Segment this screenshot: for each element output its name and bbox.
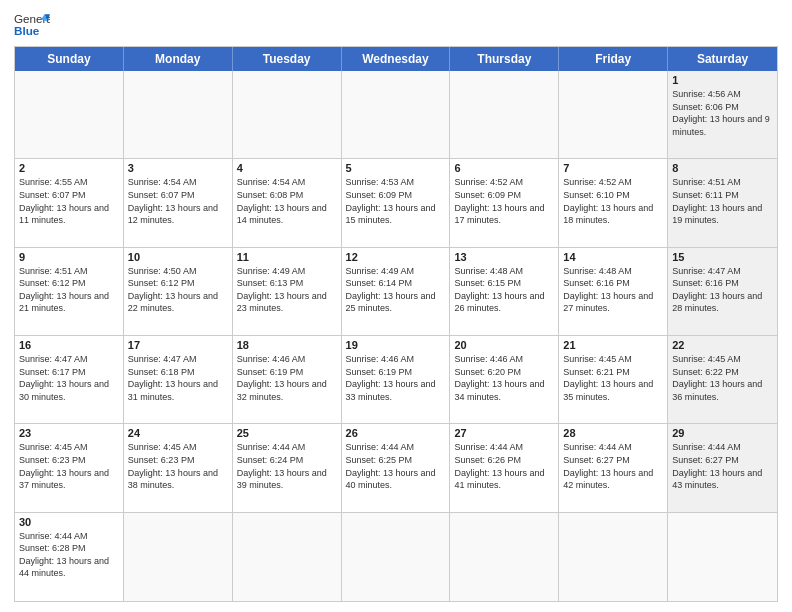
calendar-cell (450, 71, 559, 158)
calendar-cell: 2Sunrise: 4:55 AM Sunset: 6:07 PM Daylig… (15, 159, 124, 246)
calendar-body: 1Sunrise: 4:56 AM Sunset: 6:06 PM Daylig… (15, 71, 777, 601)
header-day-wednesday: Wednesday (342, 47, 451, 71)
day-number: 3 (128, 162, 228, 174)
day-number: 12 (346, 251, 446, 263)
calendar-cell (668, 513, 777, 601)
calendar: SundayMondayTuesdayWednesdayThursdayFrid… (14, 46, 778, 602)
generalblue-logo-icon: General Blue (14, 10, 50, 40)
calendar-cell: 12Sunrise: 4:49 AM Sunset: 6:14 PM Dayli… (342, 248, 451, 335)
calendar-cell: 7Sunrise: 4:52 AM Sunset: 6:10 PM Daylig… (559, 159, 668, 246)
day-number: 6 (454, 162, 554, 174)
svg-text:Blue: Blue (14, 24, 40, 37)
calendar-cell: 13Sunrise: 4:48 AM Sunset: 6:15 PM Dayli… (450, 248, 559, 335)
day-number: 11 (237, 251, 337, 263)
day-number: 21 (563, 339, 663, 351)
header: General Blue (14, 10, 778, 40)
calendar-cell: 19Sunrise: 4:46 AM Sunset: 6:19 PM Dayli… (342, 336, 451, 423)
day-number: 14 (563, 251, 663, 263)
calendar-week-5: 23Sunrise: 4:45 AM Sunset: 6:23 PM Dayli… (15, 424, 777, 512)
day-info: Sunrise: 4:44 AM Sunset: 6:24 PM Dayligh… (237, 441, 337, 491)
day-info: Sunrise: 4:45 AM Sunset: 6:23 PM Dayligh… (128, 441, 228, 491)
calendar-cell (124, 513, 233, 601)
day-number: 27 (454, 427, 554, 439)
calendar-cell: 20Sunrise: 4:46 AM Sunset: 6:20 PM Dayli… (450, 336, 559, 423)
day-info: Sunrise: 4:52 AM Sunset: 6:10 PM Dayligh… (563, 176, 663, 226)
day-info: Sunrise: 4:51 AM Sunset: 6:12 PM Dayligh… (19, 265, 119, 315)
day-info: Sunrise: 4:46 AM Sunset: 6:19 PM Dayligh… (237, 353, 337, 403)
calendar-cell: 10Sunrise: 4:50 AM Sunset: 6:12 PM Dayli… (124, 248, 233, 335)
calendar-cell: 11Sunrise: 4:49 AM Sunset: 6:13 PM Dayli… (233, 248, 342, 335)
day-number: 25 (237, 427, 337, 439)
calendar-cell: 26Sunrise: 4:44 AM Sunset: 6:25 PM Dayli… (342, 424, 451, 511)
day-number: 15 (672, 251, 773, 263)
day-info: Sunrise: 4:55 AM Sunset: 6:07 PM Dayligh… (19, 176, 119, 226)
header-day-tuesday: Tuesday (233, 47, 342, 71)
calendar-cell: 5Sunrise: 4:53 AM Sunset: 6:09 PM Daylig… (342, 159, 451, 246)
day-number: 16 (19, 339, 119, 351)
page: General Blue SundayMondayTuesdayWednesda… (0, 0, 792, 612)
day-number: 17 (128, 339, 228, 351)
day-info: Sunrise: 4:48 AM Sunset: 6:15 PM Dayligh… (454, 265, 554, 315)
calendar-cell (233, 71, 342, 158)
calendar-cell: 16Sunrise: 4:47 AM Sunset: 6:17 PM Dayli… (15, 336, 124, 423)
day-info: Sunrise: 4:48 AM Sunset: 6:16 PM Dayligh… (563, 265, 663, 315)
calendar-cell: 3Sunrise: 4:54 AM Sunset: 6:07 PM Daylig… (124, 159, 233, 246)
calendar-cell: 24Sunrise: 4:45 AM Sunset: 6:23 PM Dayli… (124, 424, 233, 511)
calendar-cell (559, 71, 668, 158)
day-info: Sunrise: 4:46 AM Sunset: 6:19 PM Dayligh… (346, 353, 446, 403)
logo: General Blue (14, 10, 50, 40)
day-info: Sunrise: 4:56 AM Sunset: 6:06 PM Dayligh… (672, 88, 773, 138)
day-number: 24 (128, 427, 228, 439)
calendar-cell: 4Sunrise: 4:54 AM Sunset: 6:08 PM Daylig… (233, 159, 342, 246)
calendar-cell: 18Sunrise: 4:46 AM Sunset: 6:19 PM Dayli… (233, 336, 342, 423)
day-number: 23 (19, 427, 119, 439)
day-number: 19 (346, 339, 446, 351)
day-info: Sunrise: 4:54 AM Sunset: 6:07 PM Dayligh… (128, 176, 228, 226)
day-number: 20 (454, 339, 554, 351)
calendar-cell: 28Sunrise: 4:44 AM Sunset: 6:27 PM Dayli… (559, 424, 668, 511)
calendar-cell: 9Sunrise: 4:51 AM Sunset: 6:12 PM Daylig… (15, 248, 124, 335)
day-info: Sunrise: 4:47 AM Sunset: 6:16 PM Dayligh… (672, 265, 773, 315)
calendar-cell (450, 513, 559, 601)
header-day-thursday: Thursday (450, 47, 559, 71)
calendar-cell: 22Sunrise: 4:45 AM Sunset: 6:22 PM Dayli… (668, 336, 777, 423)
day-number: 9 (19, 251, 119, 263)
day-number: 5 (346, 162, 446, 174)
calendar-cell: 29Sunrise: 4:44 AM Sunset: 6:27 PM Dayli… (668, 424, 777, 511)
day-number: 30 (19, 516, 119, 528)
day-info: Sunrise: 4:47 AM Sunset: 6:18 PM Dayligh… (128, 353, 228, 403)
day-info: Sunrise: 4:44 AM Sunset: 6:26 PM Dayligh… (454, 441, 554, 491)
day-info: Sunrise: 4:44 AM Sunset: 6:28 PM Dayligh… (19, 530, 119, 580)
day-info: Sunrise: 4:44 AM Sunset: 6:27 PM Dayligh… (563, 441, 663, 491)
calendar-cell (233, 513, 342, 601)
calendar-cell: 1Sunrise: 4:56 AM Sunset: 6:06 PM Daylig… (668, 71, 777, 158)
calendar-header: SundayMondayTuesdayWednesdayThursdayFrid… (15, 47, 777, 71)
day-number: 8 (672, 162, 773, 174)
calendar-week-3: 9Sunrise: 4:51 AM Sunset: 6:12 PM Daylig… (15, 248, 777, 336)
day-info: Sunrise: 4:44 AM Sunset: 6:25 PM Dayligh… (346, 441, 446, 491)
calendar-week-1: 1Sunrise: 4:56 AM Sunset: 6:06 PM Daylig… (15, 71, 777, 159)
calendar-cell: 6Sunrise: 4:52 AM Sunset: 6:09 PM Daylig… (450, 159, 559, 246)
day-info: Sunrise: 4:50 AM Sunset: 6:12 PM Dayligh… (128, 265, 228, 315)
calendar-cell: 15Sunrise: 4:47 AM Sunset: 6:16 PM Dayli… (668, 248, 777, 335)
calendar-cell (559, 513, 668, 601)
day-number: 18 (237, 339, 337, 351)
calendar-week-2: 2Sunrise: 4:55 AM Sunset: 6:07 PM Daylig… (15, 159, 777, 247)
day-info: Sunrise: 4:51 AM Sunset: 6:11 PM Dayligh… (672, 176, 773, 226)
day-info: Sunrise: 4:53 AM Sunset: 6:09 PM Dayligh… (346, 176, 446, 226)
calendar-cell: 30Sunrise: 4:44 AM Sunset: 6:28 PM Dayli… (15, 513, 124, 601)
calendar-cell (342, 71, 451, 158)
day-number: 29 (672, 427, 773, 439)
calendar-week-6: 30Sunrise: 4:44 AM Sunset: 6:28 PM Dayli… (15, 513, 777, 601)
header-day-sunday: Sunday (15, 47, 124, 71)
calendar-cell (342, 513, 451, 601)
day-number: 26 (346, 427, 446, 439)
day-info: Sunrise: 4:46 AM Sunset: 6:20 PM Dayligh… (454, 353, 554, 403)
calendar-cell (124, 71, 233, 158)
header-day-saturday: Saturday (668, 47, 777, 71)
day-info: Sunrise: 4:45 AM Sunset: 6:21 PM Dayligh… (563, 353, 663, 403)
day-number: 22 (672, 339, 773, 351)
day-info: Sunrise: 4:52 AM Sunset: 6:09 PM Dayligh… (454, 176, 554, 226)
calendar-cell: 8Sunrise: 4:51 AM Sunset: 6:11 PM Daylig… (668, 159, 777, 246)
day-info: Sunrise: 4:47 AM Sunset: 6:17 PM Dayligh… (19, 353, 119, 403)
